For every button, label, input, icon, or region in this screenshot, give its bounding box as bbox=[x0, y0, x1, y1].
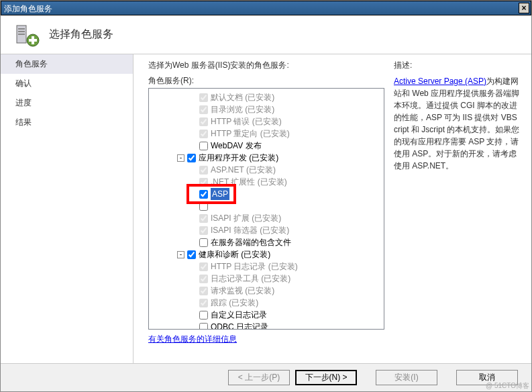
tree-node-label[interactable]: HTTP 日志记录 (已安装) bbox=[211, 260, 298, 273]
install-button[interactable]: 安装(I) bbox=[376, 370, 437, 385]
tree-checkbox bbox=[199, 214, 208, 223]
tree-row[interactable]: 日志记录工具 (已安装) bbox=[149, 273, 384, 285]
tree-checkbox bbox=[199, 166, 208, 175]
tree-row[interactable]: 目录浏览 (已安装) bbox=[149, 103, 384, 115]
tree-row[interactable]: 在服务器端的包含文件 bbox=[149, 236, 384, 248]
tree-checkbox bbox=[199, 178, 208, 187]
tree-node-label[interactable]: 在服务器端的包含文件 bbox=[211, 236, 291, 248]
tree-node-label[interactable]: ODBC 日志记录 bbox=[211, 321, 268, 330]
nav-item-3[interactable]: 结果 bbox=[1, 113, 133, 132]
tree-checkbox[interactable] bbox=[199, 311, 208, 320]
tree-checkbox[interactable] bbox=[199, 142, 208, 150]
svg-rect-1 bbox=[18, 28, 25, 30]
description-panel: 描述: Active Server Page (ASP)为构建网站和 Web 应… bbox=[384, 60, 525, 360]
tree-checkbox bbox=[199, 287, 208, 295]
tree-checkbox[interactable] bbox=[187, 154, 196, 162]
titlebar[interactable]: 添加角色服务 × bbox=[1, 1, 531, 15]
tree-row[interactable]: ODBC 日志记录 bbox=[149, 321, 384, 330]
desc-text: Active Server Page (ASP)为构建网站和 Web 应用程序提… bbox=[394, 75, 521, 172]
footer: < 上一步(P) 下一步(N) > 安装(I) 取消 bbox=[1, 363, 531, 391]
tree-panel: 选择为Web 服务器(IIS)安装的角色服务: 角色服务(R): 默认文档 (已… bbox=[148, 60, 384, 360]
desc-link[interactable]: Active Server Page (ASP) bbox=[394, 77, 486, 86]
tree-node-label[interactable]: 目录浏览 (已安装) bbox=[211, 103, 274, 115]
tree-row[interactable]: 跟踪 (已安装) bbox=[149, 297, 384, 309]
desc-body: 为构建网站和 Web 应用程序提供服务器端脚本环境。通过提供 CGI 脚本的改进… bbox=[394, 77, 519, 170]
tree-node-label[interactable]: 应用程序开发 (已安装) bbox=[199, 152, 278, 164]
tree-checkbox bbox=[199, 105, 208, 114]
tree-row[interactable]: HTTP 重定向 (已安装) bbox=[149, 128, 384, 140]
tree-checkbox[interactable] bbox=[199, 190, 208, 199]
prev-button[interactable]: < 上一步(P) bbox=[228, 370, 290, 385]
svg-rect-2 bbox=[18, 31, 25, 32]
tree-row[interactable]: -健康和诊断 (已安装) bbox=[149, 248, 384, 260]
desc-label: 描述: bbox=[394, 60, 521, 71]
server-icon bbox=[13, 21, 40, 48]
wizard-window: 添加角色服务 × 选择角色服务 角色服务确认进度结果 选择为Web 服务器(II… bbox=[0, 0, 532, 392]
tree-checkbox[interactable] bbox=[187, 250, 196, 259]
intro-text: 选择为Web 服务器(IIS)安装的角色服务: bbox=[148, 60, 384, 71]
nav-item-0[interactable]: 角色服务 bbox=[1, 54, 133, 74]
tree-node-label[interactable]: WebDAV 发布 bbox=[211, 140, 262, 152]
tree-label: 角色服务(R): bbox=[148, 75, 384, 87]
body: 角色服务确认进度结果 选择为Web 服务器(IIS)安装的角色服务: 角色服务(… bbox=[1, 54, 531, 363]
tree-node-label[interactable]: .NET 扩展性 (已安装) bbox=[211, 176, 287, 188]
svg-rect-6 bbox=[29, 39, 37, 42]
tree-checkbox bbox=[199, 226, 208, 235]
tree-checkbox bbox=[199, 299, 208, 307]
window-title: 添加角色服务 bbox=[4, 4, 52, 13]
nav-item-1[interactable]: 确认 bbox=[1, 74, 133, 93]
tree-node-label[interactable]: 请求监视 (已安装) bbox=[211, 285, 274, 297]
tree-node-label[interactable]: ASP bbox=[211, 188, 229, 200]
tree-row[interactable]: HTTP 错误 (已安装) bbox=[149, 115, 384, 128]
tree-checkbox[interactable] bbox=[199, 238, 208, 247]
tree-node-label[interactable]: ISAPI 扩展 (已安装) bbox=[211, 212, 281, 224]
page-title: 选择角色服务 bbox=[49, 28, 113, 42]
tree-checkbox[interactable] bbox=[199, 323, 208, 330]
expand-icon[interactable]: - bbox=[177, 251, 184, 258]
role-tree[interactable]: 默认文档 (已安装)目录浏览 (已安装)HTTP 错误 (已安装)HTTP 重定… bbox=[148, 88, 384, 330]
tree-row[interactable]: 请求监视 (已安装) bbox=[149, 285, 384, 297]
next-button[interactable]: 下一步(N) > bbox=[295, 370, 357, 385]
tree-row[interactable]: ISAPI 筛选器 (已安装) bbox=[149, 224, 384, 236]
more-info-link[interactable]: 有关角色服务的详细信息 bbox=[148, 334, 384, 345]
tree-row[interactable]: HTTP 日志记录 (已安装) bbox=[149, 260, 384, 273]
tree-node-label[interactable]: HTTP 重定向 (已安装) bbox=[211, 128, 290, 140]
tree-node-label[interactable]: ASP.NET (已安装) bbox=[211, 164, 276, 176]
tree-node-label[interactable]: 自定义日志记录 bbox=[211, 309, 267, 321]
tree-row[interactable]: ISAPI 扩展 (已安装) bbox=[149, 212, 384, 224]
close-icon[interactable]: × bbox=[519, 3, 529, 13]
tree-row[interactable]: .NET 扩展性 (已安装) bbox=[149, 176, 384, 188]
main-panel: 选择为Web 服务器(IIS)安装的角色服务: 角色服务(R): 默认文档 (已… bbox=[134, 54, 531, 363]
tree-row[interactable]: 自定义日志记录 bbox=[149, 309, 384, 321]
tree-row[interactable]: WebDAV 发布 bbox=[149, 140, 384, 152]
tree-checkbox bbox=[199, 93, 208, 102]
tree-checkbox[interactable] bbox=[199, 202, 208, 211]
watermark: @ 51CTO博客 bbox=[486, 381, 529, 391]
tree-node-label[interactable]: 跟踪 (已安装) bbox=[211, 297, 258, 309]
tree-row[interactable]: ASP.NET (已安装) bbox=[149, 164, 384, 176]
tree-node-label[interactable]: 日志记录工具 (已安装) bbox=[211, 273, 290, 285]
tree-node-label[interactable]: 健康和诊断 (已安装) bbox=[199, 248, 270, 260]
sidebar: 角色服务确认进度结果 bbox=[1, 54, 134, 363]
svg-rect-3 bbox=[18, 34, 25, 35]
tree-node-label[interactable]: ISAPI 筛选器 (已安装) bbox=[211, 224, 289, 236]
tree-node-label[interactable]: 默认文档 (已安装) bbox=[211, 91, 274, 103]
tree-checkbox bbox=[199, 117, 208, 126]
tree-row[interactable]: ASP bbox=[149, 188, 384, 200]
nav-item-2[interactable]: 进度 bbox=[1, 93, 133, 113]
tree-row[interactable]: -应用程序开发 (已安装) bbox=[149, 152, 384, 164]
tree-checkbox bbox=[199, 130, 208, 138]
tree-row[interactable]: 默认文档 (已安装) bbox=[149, 91, 384, 103]
tree-row[interactable]: CGI bbox=[149, 200, 384, 212]
tree-node-label[interactable]: HTTP 错误 (已安装) bbox=[211, 115, 282, 128]
tree-checkbox bbox=[199, 275, 208, 283]
tree-checkbox bbox=[199, 262, 208, 271]
expand-icon[interactable]: - bbox=[177, 154, 184, 162]
header: 选择角色服务 bbox=[1, 15, 531, 54]
